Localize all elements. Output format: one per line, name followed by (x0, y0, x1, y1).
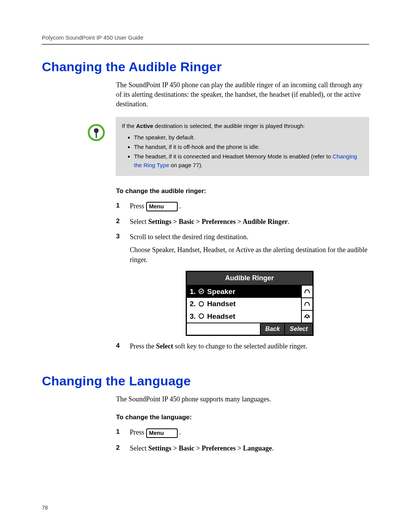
intro-paragraph: The SoundPoint IP 450 phone can play the… (116, 80, 369, 109)
step: Press the Select soft key to change to t… (116, 341, 369, 351)
step: Press Menu . (116, 427, 369, 438)
radio-empty-icon (198, 301, 205, 307)
step-continuation: Choose Speaker, Handset, Headset, or Act… (130, 245, 369, 265)
step-bold: Settings > Basic > Preferences > Audible… (148, 218, 288, 225)
intro-paragraph: The SoundPoint IP 450 phone supports man… (116, 395, 369, 404)
note-lead-post: destination is selected, the audible rin… (153, 123, 305, 129)
note-bullet: The speaker, by default. (134, 133, 363, 142)
scroll-mid-icon (302, 298, 312, 311)
step-text: Press the (130, 342, 156, 350)
note-bullet: The handset, if it is off-hook and the p… (134, 142, 363, 151)
page-number: 78 (42, 505, 48, 511)
step: Select Settings > Basic > Preferences > … (116, 443, 369, 453)
header-rule (42, 44, 369, 45)
softkey-back: Back (260, 323, 284, 335)
phone-scroll-column (301, 286, 312, 323)
softkey-select: Select (284, 323, 312, 335)
note-bullet: The headset, if it is connected and Head… (134, 152, 363, 170)
step-bold: Select (156, 342, 173, 350)
procedure-subhead: To change the audible ringer: (116, 187, 369, 195)
scroll-down-icon (302, 311, 312, 323)
step: Select Settings > Basic > Preferences > … (116, 217, 369, 227)
procedure-subhead: To change the language: (116, 414, 369, 421)
scroll-up-icon (302, 286, 312, 298)
list-label: Speaker (207, 286, 235, 297)
step: Scroll to select the desired ring destin… (116, 232, 369, 336)
phone-screen: Audible Ringer 1. Speaker (186, 271, 314, 336)
svg-point-3 (199, 302, 204, 306)
list-label: Headset (207, 311, 235, 322)
note-bullet-text: The headset, if it is connected and Head… (134, 153, 333, 160)
page: Polycom SoundPoint IP 450 User Guide Cha… (0, 0, 411, 532)
menu-hardkey-icon: Menu (146, 428, 178, 438)
phone-screen-figure: Audible Ringer 1. Speaker (130, 271, 369, 336)
note-box: If the Active destination is selected, t… (116, 117, 369, 176)
phone-screen-title: Audible Ringer (187, 272, 312, 285)
step-text: . (288, 218, 290, 225)
note-callout: If the Active destination is selected, t… (88, 117, 369, 176)
step-text: . (272, 444, 274, 452)
step: Press Menu . (116, 201, 369, 211)
step-text: Scroll to select the desired ring destin… (130, 233, 248, 241)
pushpin-icon (88, 124, 105, 141)
note-lead-bold: Active (136, 123, 153, 129)
steps-list: Press Menu . Select Settings > Basic > P… (116, 427, 369, 453)
step-text: soft key to change to the selected audib… (173, 342, 307, 350)
step-text: Press (130, 428, 146, 436)
phone-list-item: 2. Handset (187, 298, 301, 310)
phone-list-item: 3. Headset (187, 310, 301, 323)
step-text: Select (130, 218, 148, 225)
section-heading-audible-ringer: Changing the Audible Ringer (42, 59, 369, 74)
section-heading-language: Changing the Language (42, 374, 369, 388)
step-bold: Settings > Basic > Preferences > Languag… (148, 444, 272, 452)
step-text: . (179, 202, 181, 210)
steps-list: Press Menu . Select Settings > Basic > P… (116, 201, 369, 351)
list-label: Handset (207, 299, 236, 309)
svg-point-4 (199, 314, 204, 318)
step-text: Select (130, 444, 148, 452)
menu-hardkey-icon: Menu (146, 202, 178, 211)
checkmark-icon (198, 288, 205, 294)
list-number: 3. (190, 311, 196, 322)
list-number: 1. (190, 286, 196, 297)
radio-empty-icon (198, 313, 205, 319)
phone-list-item-selected: 1. Speaker (187, 286, 301, 298)
note-bullet-text: on page 77). (169, 162, 202, 168)
note-lead-pre: If the (122, 123, 136, 129)
step-text: . (179, 428, 181, 436)
list-number: 2. (190, 299, 196, 309)
step-text: Press (130, 202, 146, 210)
running-header: Polycom SoundPoint IP 450 User Guide (42, 34, 369, 41)
